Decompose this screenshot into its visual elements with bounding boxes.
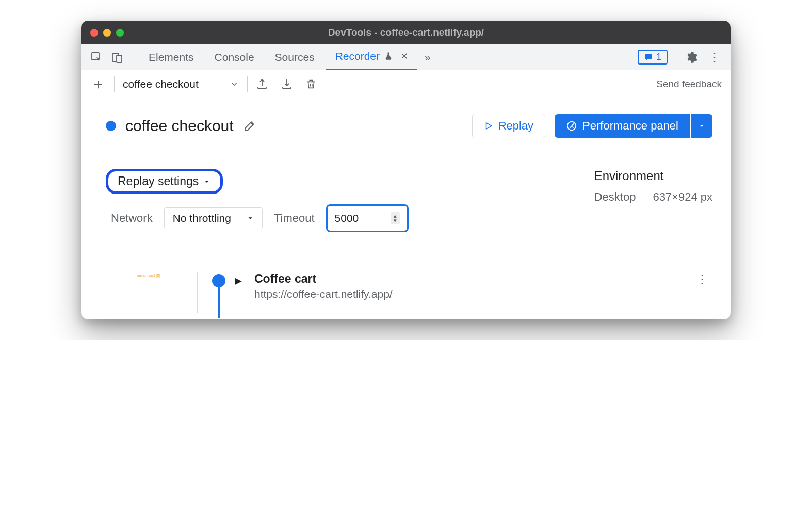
gauge-icon (566, 120, 577, 132)
environment-device: Desktop (594, 190, 636, 204)
timeout-value: 5000 (335, 212, 359, 224)
replay-button-label: Replay (498, 119, 533, 133)
expand-step-icon[interactable]: ▶ (235, 275, 242, 300)
performance-button-group: Performance panel (555, 114, 712, 138)
devtools-window: DevTools - coffee-cart.netlify.app/ Elem… (81, 21, 731, 319)
recording-title: coffee checkout (125, 117, 234, 135)
divider (644, 190, 644, 204)
step-title: Coffee cart (254, 272, 393, 286)
divider (114, 76, 115, 92)
titlebar: DevTools - coffee-cart.netlify.app/ (81, 21, 731, 44)
step-url: https://coffee-cart.netlify.app/ (254, 288, 393, 300)
issues-count: 1 (656, 52, 661, 62)
export-icon[interactable] (256, 78, 272, 90)
window-title: DevTools - coffee-cart.netlify.app/ (81, 27, 731, 38)
close-window-button[interactable] (90, 29, 98, 37)
performance-button-label: Performance panel (582, 119, 678, 133)
performance-dropdown-button[interactable] (691, 114, 712, 138)
timeline-dot-icon (212, 274, 225, 287)
play-icon (484, 121, 493, 131)
step-menu-icon[interactable]: ⋮ (696, 272, 712, 286)
recorder-toolbar: ＋ coffee checkout Send feedback (81, 70, 731, 98)
recording-selector-label: coffee checkout (123, 78, 199, 90)
new-recording-button[interactable]: ＋ (90, 74, 106, 94)
more-tabs-button[interactable]: » (419, 44, 436, 70)
performance-panel-button[interactable]: Performance panel (555, 114, 690, 138)
main-tabbar: Elements Console Sources Recorder ✕ » 1 … (81, 44, 731, 70)
close-tab-icon[interactable]: ✕ (400, 51, 408, 62)
status-dot-icon (106, 121, 116, 131)
tab-recorder[interactable]: Recorder ✕ (326, 44, 417, 70)
step-text: Coffee cart https://coffee-cart.netlify.… (254, 272, 393, 300)
maximize-window-button[interactable] (116, 29, 124, 37)
delete-icon[interactable] (305, 78, 322, 90)
network-throttling-select[interactable]: No throttling (164, 207, 263, 229)
caret-down-icon (203, 178, 211, 186)
timeout-label: Timeout (274, 212, 315, 225)
traffic-lights (90, 29, 124, 37)
message-icon (644, 53, 653, 62)
tab-sources[interactable]: Sources (266, 44, 324, 70)
import-icon[interactable] (281, 78, 297, 90)
send-feedback-link[interactable]: Send feedback (656, 78, 722, 90)
svg-rect-2 (117, 55, 122, 62)
settings-gear-icon[interactable] (680, 51, 702, 64)
device-toolbar-icon[interactable] (108, 48, 126, 67)
recording-selector[interactable]: coffee checkout (123, 78, 239, 90)
settings-section: Replay settings Network No throttling Ti… (81, 154, 731, 249)
number-spinner-icon[interactable]: ▲▼ (391, 212, 400, 224)
environment-section: Environment Desktop 637×924 px (594, 169, 712, 232)
minimize-window-button[interactable] (103, 29, 111, 37)
network-value: No throttling (173, 212, 231, 224)
edit-title-icon[interactable] (243, 119, 256, 133)
step-thumbnail: menu cart (0) (100, 272, 198, 313)
tab-elements[interactable]: Elements (139, 44, 203, 70)
replay-button[interactable]: Replay (472, 114, 545, 138)
replay-controls: Network No throttling Timeout 5000 ▲▼ (106, 204, 594, 232)
recording-header: coffee checkout Replay Performance panel (81, 98, 731, 154)
tab-console[interactable]: Console (205, 44, 264, 70)
caret-down-icon (698, 122, 705, 130)
more-menu-icon[interactable]: ⋮ (704, 50, 725, 65)
chevron-down-icon (230, 79, 239, 89)
network-label: Network (111, 212, 153, 225)
replay-settings-toggle[interactable]: Replay settings (106, 169, 223, 194)
issues-badge[interactable]: 1 (638, 50, 668, 65)
divider (133, 51, 133, 64)
inspect-element-icon[interactable] (87, 48, 106, 67)
divider (247, 76, 248, 92)
timeout-input[interactable]: 5000 ▲▼ (326, 204, 409, 232)
environment-title: Environment (594, 169, 712, 183)
tab-recorder-label: Recorder (335, 50, 380, 62)
caret-down-icon (247, 215, 254, 222)
steps-list: menu cart (0) ▶ Coffee cart https://coff… (81, 249, 731, 319)
environment-dimensions: 637×924 px (653, 190, 712, 204)
replay-settings-label: Replay settings (118, 174, 199, 188)
divider (674, 51, 674, 64)
step-row[interactable]: ▶ Coffee cart https://coffee-cart.netlif… (212, 272, 681, 300)
flask-icon (384, 52, 393, 61)
